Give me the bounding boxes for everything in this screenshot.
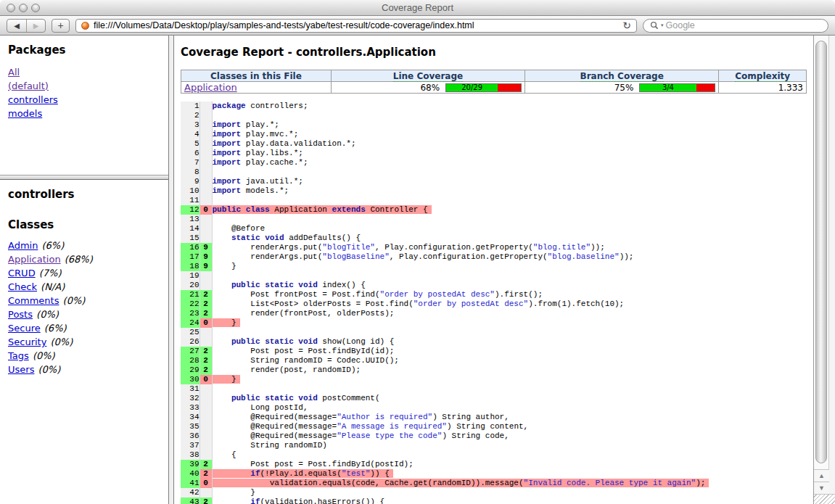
code-token: play.cache.*; bbox=[241, 158, 308, 167]
source-code-line: render(post, randomID); bbox=[212, 365, 709, 375]
class-link-posts[interactable]: Posts bbox=[8, 309, 33, 320]
package-link-all[interactable]: All bbox=[8, 67, 20, 78]
class-link-application[interactable]: Application bbox=[8, 254, 61, 265]
source-line-row: 189 } bbox=[181, 262, 709, 271]
keyword-token: class bbox=[246, 205, 270, 214]
address-bar[interactable]: file:///Volumes/Data/Desktop/play/sample… bbox=[75, 19, 637, 33]
code-token: } bbox=[213, 318, 236, 327]
package-link-models[interactable]: models bbox=[8, 108, 42, 119]
source-line-row: 212 Post frontPost = Post.find("order by… bbox=[181, 290, 709, 299]
hit-count bbox=[200, 130, 212, 139]
source-line-row: 10import models.*; bbox=[181, 186, 709, 196]
search-options-caret-icon[interactable]: ▾ bbox=[661, 22, 664, 28]
source-line-row: 292 render(post, randomID); bbox=[181, 365, 709, 375]
code-token: Post post = Post.findById(postId); bbox=[213, 460, 414, 468]
package-link-controllers[interactable]: controllers bbox=[8, 94, 58, 105]
source-line-number: 24 bbox=[181, 318, 200, 328]
source-code-line: public static void postComment( bbox=[212, 394, 709, 403]
source-line-row: 32 public static void postComment( bbox=[181, 394, 709, 403]
source-line-number: 14 bbox=[181, 224, 200, 234]
class-list-item: Application (68%) bbox=[8, 252, 160, 265]
uncovered-highlight: public class Application extends Control… bbox=[213, 205, 432, 214]
source-line-row: 2 bbox=[181, 111, 709, 120]
search-input[interactable]: ▾ Google bbox=[643, 19, 828, 33]
code-token: play.data.validation.*; bbox=[241, 139, 355, 148]
source-line-number: 18 bbox=[181, 262, 200, 271]
class-link-secure[interactable]: Secure bbox=[8, 323, 41, 334]
source-line-row: 120public class Application extends Cont… bbox=[181, 205, 709, 215]
source-line-number: 19 bbox=[181, 271, 200, 281]
source-line-number: 33 bbox=[181, 403, 200, 413]
source-code-line: import play.mvc.*; bbox=[212, 130, 709, 139]
package-list-item: (default) bbox=[8, 79, 160, 92]
source-line-number: 43 bbox=[181, 497, 200, 504]
keyword-token: void bbox=[298, 394, 317, 402]
class-list-item: CRUD (7%) bbox=[8, 266, 160, 279]
code-token: Long postId, bbox=[213, 403, 308, 412]
scroll-down-button[interactable]: ▼ bbox=[814, 482, 829, 494]
keyword-token: package bbox=[213, 102, 246, 110]
frame-horizontal-divider[interactable] bbox=[0, 175, 168, 180]
window-resize-grip[interactable] bbox=[814, 494, 835, 504]
source-line-number: 9 bbox=[181, 177, 200, 186]
hit-count bbox=[200, 281, 212, 290]
coverage-cell-content: 75%3/4 bbox=[528, 83, 715, 93]
string-token: "blog.title" bbox=[533, 243, 591, 252]
keyword-token: void bbox=[265, 234, 284, 242]
code-token: { bbox=[213, 450, 236, 459]
keyword-token: import bbox=[213, 120, 242, 129]
code-token: (!Play.id.equals( bbox=[260, 469, 342, 478]
minimize-window-button[interactable] bbox=[19, 4, 28, 12]
code-token: models.*; bbox=[241, 186, 289, 195]
nav-button-group: ◀ ▶ bbox=[7, 19, 46, 33]
source-line-number: 36 bbox=[181, 431, 200, 441]
window-controls bbox=[7, 4, 40, 12]
source-code-line: render(frontPost, olderPosts); bbox=[212, 309, 709, 318]
safari-window: Coverage Report ◀ ▶ + file:///Volumes/Da… bbox=[0, 0, 835, 504]
source-code-line: { bbox=[212, 450, 709, 460]
close-window-button[interactable] bbox=[7, 4, 15, 12]
keyword-token: public bbox=[231, 281, 260, 289]
summary-row: Application68%20/2975%3/41.333 bbox=[181, 82, 807, 94]
hit-count bbox=[200, 271, 212, 281]
keyword-token: public bbox=[231, 394, 260, 402]
source-code-line: package controllers; bbox=[212, 102, 709, 111]
class-link-tags[interactable]: Tags bbox=[8, 350, 29, 361]
hit-count bbox=[200, 450, 212, 460]
frame-vertical-divider[interactable] bbox=[168, 36, 174, 504]
package-link-default[interactable]: (default) bbox=[8, 80, 49, 91]
class-link-check[interactable]: Check bbox=[8, 281, 37, 292]
source-line-row: 4import play.mvc.*; bbox=[181, 130, 709, 139]
source-code-line: import play.cache.*; bbox=[212, 158, 709, 168]
reload-icon[interactable]: ↻ bbox=[622, 20, 631, 30]
code-token: play.mvc.*; bbox=[241, 130, 298, 139]
class-link-users[interactable]: Users bbox=[8, 364, 34, 375]
source-line-row: 222 List<Post> olderPosts = Post.find("o… bbox=[181, 299, 709, 309]
hit-count: 2 bbox=[200, 299, 212, 309]
source-line-row: 300 } bbox=[181, 375, 709, 384]
hit-count bbox=[200, 413, 212, 422]
class-link-crud[interactable]: CRUD bbox=[8, 268, 36, 278]
class-link-comments[interactable]: Comments bbox=[8, 295, 59, 306]
zoom-window-button[interactable] bbox=[31, 4, 40, 12]
code-token: @Required(message= bbox=[213, 422, 337, 431]
hit-count: 2 bbox=[200, 460, 212, 469]
source-code-line bbox=[212, 196, 709, 205]
back-button[interactable]: ◀ bbox=[7, 20, 26, 32]
forward-button[interactable]: ▶ bbox=[26, 20, 45, 32]
classes-list: Admin (6%)Application (68%)CRUD (7%)Chec… bbox=[8, 239, 160, 376]
code-token: Controller { bbox=[366, 205, 428, 214]
source-code-line bbox=[212, 384, 709, 394]
string-token: "A message is required" bbox=[337, 422, 447, 431]
coverage-percent-value: 75% bbox=[614, 83, 634, 93]
class-link-security[interactable]: Security bbox=[8, 336, 46, 347]
new-tab-button[interactable]: + bbox=[52, 19, 70, 33]
scroll-up-button[interactable]: ▲ bbox=[814, 469, 829, 482]
keyword-token: import bbox=[213, 149, 242, 157]
scrollbar-thumb[interactable] bbox=[815, 41, 827, 463]
summary-class-link-application[interactable]: Application bbox=[184, 82, 237, 93]
url-text[interactable]: file:///Volumes/Data/Desktop/play/sample… bbox=[94, 20, 618, 30]
source-line-row: 36 @Required(message="Please type the co… bbox=[181, 431, 709, 441]
class-link-admin[interactable]: Admin bbox=[8, 240, 38, 251]
summary-header-label: Classes in this File bbox=[210, 71, 302, 81]
